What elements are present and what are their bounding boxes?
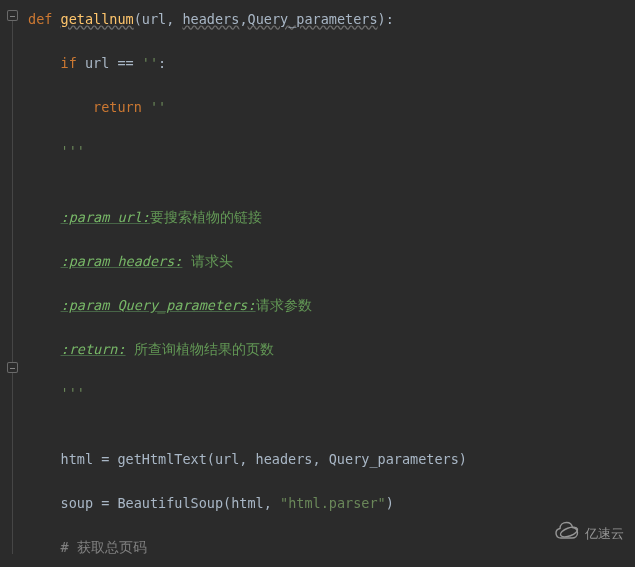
code-line: html = getHtmlText(url, headers, Query_p… bbox=[28, 448, 635, 470]
docstring-open: ''' bbox=[61, 143, 85, 159]
code-line: ''' bbox=[28, 382, 635, 404]
code-line: ''' bbox=[28, 140, 635, 162]
code-line: :param url:要搜索植物的链接 bbox=[28, 206, 635, 228]
code-line: soup = BeautifulSoup(html, "html.parser"… bbox=[28, 492, 635, 514]
code-line: # 获取总页码 bbox=[28, 536, 635, 558]
keyword-def: def bbox=[28, 11, 52, 27]
docstring-close: ''' bbox=[61, 385, 85, 401]
code-line: def getallnum(url, headers,Query_paramet… bbox=[28, 8, 635, 30]
code-editor[interactable]: def getallnum(url, headers,Query_paramet… bbox=[0, 0, 635, 567]
code-line: if url == '': bbox=[28, 52, 635, 74]
code-line: :param Query_parameters:请求参数 bbox=[28, 294, 635, 316]
svg-text:亿速云: 亿速云 bbox=[584, 526, 624, 541]
code-line: :param headers: 请求头 bbox=[28, 250, 635, 272]
function-name: getallnum bbox=[61, 11, 134, 27]
comment: # 获取总页码 bbox=[61, 539, 147, 555]
code-line: :return: 所查询植物结果的页数 bbox=[28, 338, 635, 360]
watermark-logo: 亿速云 bbox=[555, 519, 625, 547]
code-line: return '' bbox=[28, 96, 635, 118]
